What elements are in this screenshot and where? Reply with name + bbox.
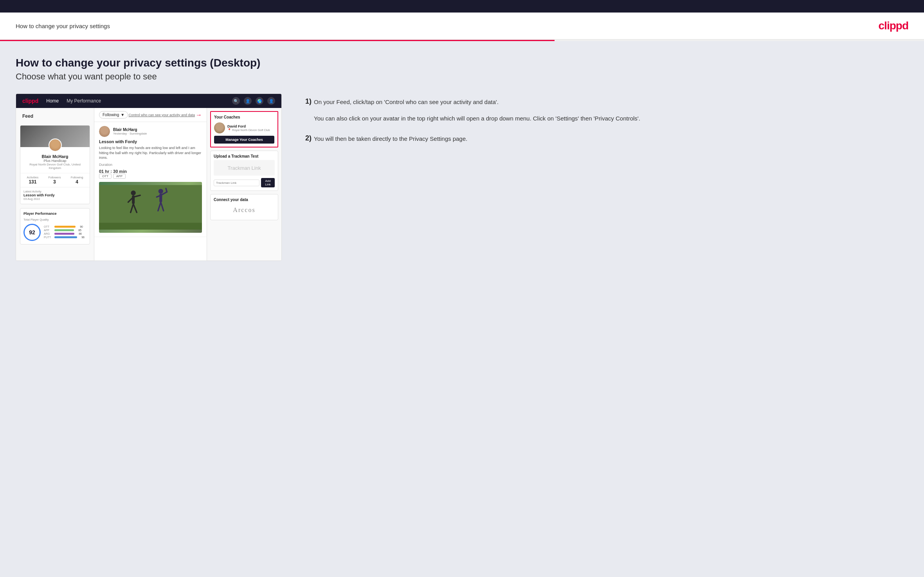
post-duration-value: 01 hr : 30 min xyxy=(99,169,202,174)
latest-activity-label: Latest Activity xyxy=(23,190,86,193)
app-body: Feed Blair McHarg Plus Handicap Royal No… xyxy=(16,108,281,261)
person-icon[interactable]: 👤 xyxy=(244,97,252,105)
app-logo: clippd xyxy=(22,98,38,104)
latest-activity-name: Lesson with Fordy xyxy=(23,193,86,197)
step1-number: 1) xyxy=(305,97,312,121)
following-label: Following xyxy=(71,176,83,179)
add-link-button[interactable]: Add Link xyxy=(261,178,275,187)
activities-value: 131 xyxy=(27,179,39,185)
player-quality-score: 92 xyxy=(23,224,41,241)
feed-header: Following ▼ Control who can see your act… xyxy=(94,108,207,122)
coach-info: David Ford 📍 Royal North Devon Golf Club xyxy=(227,124,270,132)
profile-handicap: Plus Handicap xyxy=(23,159,86,163)
svg-point-8 xyxy=(159,189,163,193)
coaches-section: Your Coaches David Ford 📍 Royal North De… xyxy=(210,111,278,147)
pin-icon: 📍 xyxy=(227,128,231,132)
arg-label: ARG xyxy=(44,232,53,235)
step1-text-block: On your Feed, click/tap on 'Control who … xyxy=(314,97,640,123)
player-performance: Player Performance Total Player Quality … xyxy=(20,208,90,244)
app-label: APP xyxy=(44,229,53,232)
app-nav-bar: clippd Home My Performance 🔍 👤 🌎 👤 xyxy=(16,94,281,108)
putt-value: 96 xyxy=(78,236,85,239)
stat-followers: Followers 3 xyxy=(48,176,61,185)
following-label: Following xyxy=(103,113,119,117)
performance-bars: OTT 90 APP 85 ARG xyxy=(44,225,86,239)
player-quality-label: Total Player Quality xyxy=(23,218,86,221)
step2-text: You will then be taken directly to the P… xyxy=(314,134,467,145)
svg-point-2 xyxy=(131,191,136,195)
app-bar xyxy=(54,229,74,231)
nav-home[interactable]: Home xyxy=(46,98,59,104)
stat-following: Following 4 xyxy=(71,176,83,185)
globe-icon[interactable]: 🌎 xyxy=(256,97,263,105)
connect-data-section: Connect your data Arccos xyxy=(210,194,278,220)
following-value: 4 xyxy=(71,179,83,185)
ott-bar xyxy=(54,226,76,228)
trackman-input[interactable] xyxy=(214,180,259,186)
ott-label: OTT xyxy=(44,225,53,228)
stat-activities: Activities 131 xyxy=(27,176,39,185)
step2-number: 2) xyxy=(305,134,312,142)
connect-data-title: Connect your data xyxy=(214,198,275,202)
avatar-icon[interactable]: 👤 xyxy=(267,97,275,105)
profile-club: Royal North Devon Golf Club, United King… xyxy=(23,163,86,170)
control-link[interactable]: Control who can see your activity and da… xyxy=(128,113,195,117)
arg-bar xyxy=(54,233,74,235)
browser-tab-title: How to change your privacy settings xyxy=(16,23,110,29)
tag-app: APP xyxy=(113,174,126,179)
golfer-image xyxy=(99,182,202,233)
search-icon[interactable]: 🔍 xyxy=(232,97,240,105)
post-header: Blair McHarg Yesterday · Sunningdale xyxy=(99,126,202,137)
step1-para2: You can also click on your avatar in the… xyxy=(314,114,640,123)
app-right-panel: Your Coaches David Ford 📍 Royal North De… xyxy=(207,108,281,261)
trackman-placeholder: Trackman Link xyxy=(214,160,275,176)
main-content: How to change your privacy settings (Des… xyxy=(0,41,924,571)
post-tags: OTT APP xyxy=(99,174,202,179)
profile-stats: Activities 131 Followers 3 Following 4 xyxy=(20,173,90,187)
coach-club-name: Royal North Devon Golf Club xyxy=(232,128,270,132)
header: How to change your privacy settings clip… xyxy=(0,13,924,40)
arg-bar-row: ARG 86 xyxy=(44,232,86,235)
coach-avatar xyxy=(214,122,225,133)
coach-item: David Ford 📍 Royal North Devon Golf Club xyxy=(214,122,274,133)
step1-para1: On your Feed, click/tap on 'Control who … xyxy=(314,97,640,107)
dropdown-chevron-icon: ▼ xyxy=(121,113,124,117)
feed-tab[interactable]: Feed xyxy=(20,112,90,120)
instructions-panel: 1) On your Feed, click/tap on 'Control w… xyxy=(294,93,908,156)
nav-icons: 🔍 👤 🌎 👤 xyxy=(232,97,275,105)
manage-coaches-button[interactable]: Manage Your Coaches xyxy=(214,136,274,144)
page-subheading: Choose what you want people to see xyxy=(16,72,908,82)
post-description: Looking to feel like my hands are exitin… xyxy=(99,146,202,160)
instruction-step2: 2) You will then be taken directly to th… xyxy=(305,134,908,145)
post-image xyxy=(99,182,202,233)
app-sidebar: Feed Blair McHarg Plus Handicap Royal No… xyxy=(16,108,94,261)
post-author-avatar xyxy=(99,126,110,137)
clippd-logo: clippd xyxy=(879,20,908,32)
post-duration-label: Duration xyxy=(99,163,202,167)
step2-content: 2) You will then be taken directly to th… xyxy=(305,134,908,145)
post-author-info: Blair McHarg Yesterday · Sunningdale xyxy=(113,128,147,135)
putt-bar xyxy=(54,236,77,238)
ott-value: 90 xyxy=(77,225,83,228)
footer: Copyright Clippd 2022 xyxy=(0,571,924,577)
putt-label: PUTT xyxy=(44,236,53,239)
ott-bar-row: OTT 90 xyxy=(44,225,86,228)
instruction-step1: 1) On your Feed, click/tap on 'Control w… xyxy=(305,97,908,123)
activities-label: Activities xyxy=(27,176,39,179)
following-button[interactable]: Following ▼ xyxy=(99,111,128,119)
coach-club: 📍 Royal North Devon Golf Club xyxy=(227,128,270,132)
latest-activity: Latest Activity Lesson with Fordy 03 Aug… xyxy=(20,187,90,204)
nav-my-performance[interactable]: My Performance xyxy=(67,98,101,104)
control-link-wrapper: Control who can see your activity and da… xyxy=(128,111,202,119)
trackman-input-row: Add Link xyxy=(214,178,275,187)
app-feed: Following ▼ Control who can see your act… xyxy=(94,108,207,261)
avatar xyxy=(49,138,62,152)
trackman-title: Upload a Trackman Test xyxy=(214,154,275,158)
profile-card: Blair McHarg Plus Handicap Royal North D… xyxy=(20,125,90,204)
app-bar-row: APP 85 xyxy=(44,229,86,232)
followers-value: 3 xyxy=(48,179,61,185)
profile-name: Blair McHarg xyxy=(23,154,86,159)
feed-post: Blair McHarg Yesterday · Sunningdale Les… xyxy=(94,122,207,237)
svg-rect-1 xyxy=(99,223,202,230)
profile-background xyxy=(20,126,90,147)
